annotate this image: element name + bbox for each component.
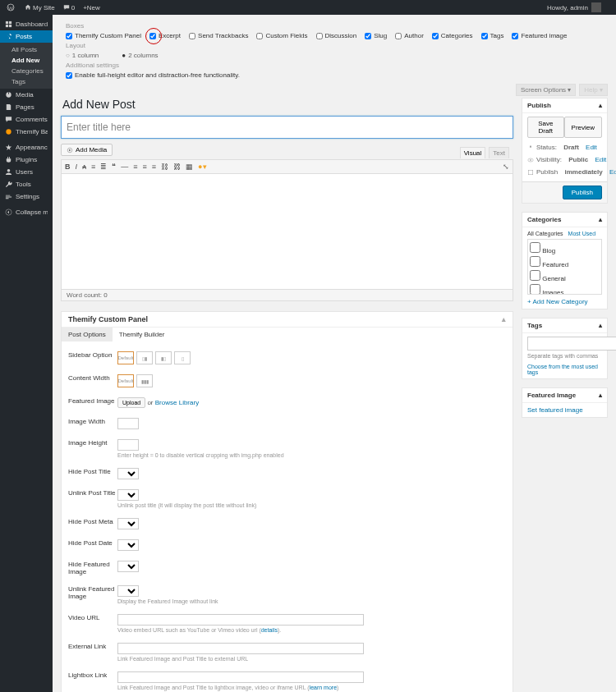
input-lightbox-link[interactable] [117,671,364,683]
link-choose-tags[interactable]: Choose from the most used tags [527,364,602,375]
link-set-featured[interactable]: Set featured image [527,406,583,414]
post-title-input[interactable] [61,116,513,139]
btn-bold[interactable]: B [65,163,71,171]
categories-head[interactable]: Categories▴ [522,213,607,227]
sub-add-new[interactable]: Add New [0,55,53,66]
tags-head[interactable]: Tags▴ [522,319,607,333]
radio-1col[interactable]: ○1 column [66,52,99,59]
comments-bubble[interactable]: 0 [63,4,75,11]
panel-head[interactable]: Themify Custom Panel▴ [62,312,513,328]
opt-sidebar-right[interactable]: ▯▮ [136,351,153,364]
btn-italic[interactable]: I [76,163,78,171]
btn-more[interactable]: ▦ [186,163,193,171]
sub-tags[interactable]: Tags [0,76,53,87]
sel-hide-date[interactable] [117,539,139,551]
opt-sidebar-default[interactable]: Default [117,351,134,364]
menu-plugins[interactable]: Plugins [0,154,53,166]
new-content[interactable]: + New [83,4,100,11]
menu-media[interactable]: Media [0,89,53,101]
cb-fullheight[interactable]: Enable full-height editor and distractio… [66,71,240,79]
link-video-details[interactable]: details [261,627,278,633]
tab-post-options[interactable]: Post Options [62,328,113,341]
input-tags[interactable] [527,337,616,351]
tab-themify-builder[interactable]: Themify Builder [113,328,172,341]
link-edit-time[interactable]: Edit [609,168,616,176]
sub-categories[interactable]: Categories [0,66,53,76]
cat-item[interactable]: General [530,269,600,283]
tab-most-used[interactable]: Most Used [568,231,595,236]
editor-content[interactable] [62,174,513,289]
menu-settings[interactable]: Settings [0,190,53,203]
tab-visual[interactable]: Visual [460,147,486,158]
link-edit-visibility[interactable]: Edit [595,156,606,163]
cb-slug[interactable]: Slug [365,32,387,39]
opt-width-full[interactable]: ▮▮▮ [136,374,153,387]
btn-align-left[interactable]: ≡ [133,163,137,171]
tab-text[interactable]: Text [489,147,509,158]
opt-width-default[interactable]: Default [117,374,134,387]
opt-sidebar-left[interactable]: ▮▯ [155,351,172,364]
btn-fullscreen[interactable]: ⤡ [503,163,509,171]
site-link[interactable]: My Site [25,4,55,11]
btn-upload[interactable]: Upload [117,397,145,408]
sub-all-posts[interactable]: All Posts [0,44,53,55]
btn-color[interactable]: ●▾ [198,163,206,171]
cb-featured-image[interactable]: Featured image [512,32,567,39]
cb-categories[interactable]: Categories [432,32,473,39]
cb-themify-panel[interactable]: Themify Custom Panel [66,32,141,39]
cb-tags[interactable]: Tags [481,32,504,39]
wp-logo[interactable] [7,3,16,11]
btn-publish[interactable]: Publish [563,186,602,199]
cb-custom-fields[interactable]: Custom Fields [256,32,307,39]
link-learn-more[interactable]: learn more [310,685,337,690]
sel-unlink-title[interactable] [117,489,139,501]
menu-appearance[interactable]: Appearance [0,141,53,154]
menu-themify[interactable]: Themify Basic [0,126,53,138]
cb-trackbacks[interactable]: Send Trackbacks [189,32,248,39]
btn-align-center[interactable]: ≡ [143,163,147,171]
sel-unlink-fimg[interactable] [117,585,139,597]
input-video-url[interactable] [117,614,364,626]
cb-excerpt[interactable]: Excerpt [149,32,181,39]
btn-strike[interactable]: ᴀ [82,163,86,171]
menu-users[interactable]: Users [0,166,53,178]
link-add-category[interactable]: + Add New Category [527,298,602,305]
cb-discussion[interactable]: Discussion [316,32,357,39]
btn-save-draft[interactable]: Save Draft [527,117,564,138]
menu-comments[interactable]: Comments [0,113,53,126]
sel-hide-meta[interactable] [117,518,139,529]
btn-preview[interactable]: Preview [564,117,602,138]
input-image-width[interactable] [117,418,139,429]
menu-dashboard[interactable]: Dashboard [0,18,53,30]
btn-align-right[interactable]: ≡ [152,163,156,171]
opt-sidebar-none[interactable]: ▯ [174,351,191,364]
radio-2col[interactable]: ●2 columns [122,52,158,59]
btn-ul[interactable]: ≡ [91,163,95,171]
howdy[interactable]: Howdy, admin [547,2,601,12]
cat-item[interactable]: Images [530,283,600,295]
cb-author[interactable]: Author [395,32,424,39]
menu-collapse[interactable]: Collapse menu [0,206,53,218]
tab-all-cats[interactable]: All Categories [527,231,563,236]
input-image-height[interactable] [117,439,139,451]
sel-hide-fimg[interactable] [117,561,139,572]
btn-ol[interactable]: ≣ [100,163,107,171]
btn-link[interactable]: ⛓ [161,163,168,171]
category-list[interactable]: Blog Featured General Images News Cultur… [527,239,602,295]
sel-hide-title[interactable] [117,468,139,479]
btn-quote[interactable]: ❝ [112,163,116,171]
screen-options-tab[interactable]: Screen Options ▾ [516,84,576,96]
cat-item[interactable]: Featured [530,255,600,269]
link-browse-library[interactable]: Browse Library [155,399,199,406]
menu-pages[interactable]: Pages [0,101,53,113]
add-media-button[interactable]: Add Media [61,144,113,156]
help-tab[interactable]: Help ▾ [579,84,608,96]
cat-item[interactable]: Blog [530,241,600,255]
link-edit-status[interactable]: Edit [586,144,597,151]
featured-head[interactable]: Featured Image▴ [522,388,607,403]
publish-head[interactable]: Publish▴ [522,99,607,113]
menu-posts[interactable]: Posts [0,30,53,43]
menu-tools[interactable]: Tools [0,178,53,190]
input-external-link[interactable] [117,643,364,654]
btn-unlink[interactable]: ⛓̸ [173,163,181,171]
